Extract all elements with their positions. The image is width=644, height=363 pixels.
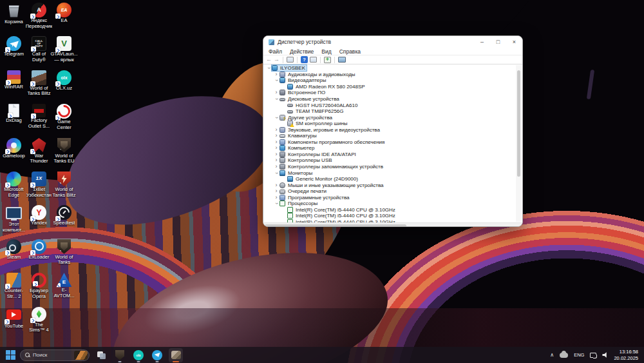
tree-item[interactable]: Очереди печати [263, 188, 516, 195]
tree-item[interactable]: SM контроллер шины [263, 121, 516, 127]
tree-node[interactable]: Intel(R) Core(TM) i5-4440 CPU @ 3.10GHz [287, 213, 397, 219]
desktop-icon[interactable]: Microsoft Edge [1, 172, 26, 205]
menu-item[interactable]: Справка [336, 48, 365, 55]
desktop-icon[interactable]: YouTube [1, 307, 26, 340]
chevron-icon[interactable] [273, 133, 279, 139]
tree-node[interactable]: Программные устройства [279, 195, 351, 201]
tree-node[interactable]: Встроенное ПО [279, 90, 327, 95]
desktop-icon[interactable]: V GTAVLaun... — ярлык [52, 36, 77, 70]
tree-node[interactable]: Компоненты программного обеспечения [279, 139, 386, 145]
search-box[interactable]: Поиск [20, 349, 90, 361]
tree-item[interactable]: HGST HUS726040ALA610 [263, 102, 516, 108]
language-indicator[interactable]: ENG [574, 352, 584, 358]
tree-node[interactable]: SM контроллер шины [287, 121, 349, 126]
onedrive-cloud-icon[interactable] [560, 353, 568, 358]
chevron-icon[interactable] [273, 90, 279, 95]
desktop-icon[interactable]: Y Yandex [26, 205, 52, 239]
clock[interactable]: 13:16:58 20.02.2025 [614, 349, 638, 361]
taskbar-app-button[interactable]: olx [131, 348, 146, 362]
desktop-icon[interactable]: 1X 1xBet Узбекистан [26, 172, 52, 205]
tree-node[interactable]: Мониторы [279, 170, 314, 176]
desktop-icon[interactable]: Factory Outlet S... [26, 104, 52, 137]
toolbar-button[interactable]: ← [266, 57, 272, 63]
toolbar-button[interactable] [334, 57, 335, 63]
tree-item[interactable]: Контроллеры IDE ATA/ATAPI [263, 152, 516, 158]
tree-node[interactable]: TEAM TM8FP6256G [287, 108, 345, 114]
tree-item[interactable]: Контроллеры USB [263, 157, 516, 164]
tree-item[interactable]: Intel(R) Core(TM) i5-4440 CPU @ 3.10GHz [263, 213, 516, 219]
desktop-icon[interactable]: Game Center [52, 104, 77, 137]
desktop-icon[interactable]: Telegram [1, 36, 26, 70]
horizontal-scrollbar-thumb[interactable] [265, 224, 406, 227]
chevron-icon[interactable] [273, 96, 279, 102]
tree-node[interactable]: AMD Radeon RX 580 2048SP [287, 84, 366, 90]
taskbar-app-button[interactable] [169, 348, 183, 362]
desktop-icon[interactable]: World of Tanks Blitz [52, 172, 77, 205]
desktop-icon[interactable]: DxDiag [1, 104, 26, 137]
title-bar[interactable]: Диспетчер устройств – □ × [263, 36, 522, 48]
desktop-icon[interactable]: CALL OF DUTY Call of Duty® [26, 36, 52, 70]
desktop-icon[interactable]: ExLoader [26, 239, 52, 273]
toolbar-button[interactable]: + [324, 57, 331, 63]
toolbar-button[interactable] [320, 57, 321, 63]
menu-item[interactable]: Файл [265, 48, 286, 55]
horizontal-scrollbar[interactable] [263, 222, 522, 227]
tree-item[interactable]: Аудиовходы и аудиовыходы [263, 72, 516, 78]
tree-node[interactable]: Клавиатуры [279, 133, 318, 139]
chevron-icon[interactable] [273, 77, 279, 83]
tree-item[interactable]: Intel(R) Core(TM) i5-4440 CPU @ 3.10GHz [263, 207, 516, 213]
desktop-icon[interactable]: World of Tanks [52, 239, 77, 273]
toolbar-button[interactable]: → [274, 57, 279, 63]
tree-item[interactable]: TEAM TM8FP6256G [263, 108, 516, 115]
maximize-button[interactable]: □ [490, 36, 506, 48]
tree-node[interactable]: Звуковые, игровые и видеоустройства [279, 127, 381, 133]
tree-item[interactable]: Звуковые, игровые и видеоустройства [263, 126, 516, 133]
chevron-icon[interactable] [265, 65, 272, 71]
tree-node[interactable]: Контроллеры запоминающих устройств [279, 164, 384, 170]
toolbar-button[interactable]: ? [301, 56, 308, 63]
tree-item[interactable]: AMD Radeon RX 580 2048SP [263, 84, 516, 90]
toolbar-button[interactable] [297, 57, 298, 63]
tree-item[interactable]: Программные устройства [263, 194, 516, 201]
desktop-icon[interactable]: Браузер Opera [26, 273, 52, 306]
tree-node[interactable]: HGST HUS726040ALA610 [287, 103, 359, 108]
hidden-icons-chevron-icon[interactable]: ∧ [550, 353, 554, 358]
tree-item[interactable]: Дисковые устройства [263, 96, 516, 103]
tree-node[interactable]: Видеоадаптеры [279, 77, 328, 83]
desktop-icon[interactable]: War Thunder [26, 138, 52, 172]
tree-item[interactable]: Встроенное ПО [263, 90, 516, 96]
chevron-icon[interactable] [273, 115, 279, 121]
tree-node[interactable]: Дисковые устройства [279, 96, 341, 102]
tree-item[interactable]: Другие устройства [263, 114, 516, 121]
desktop-icon[interactable]: WinRAR [1, 70, 26, 104]
tree-node[interactable]: Очереди печати [279, 188, 328, 194]
minimize-button[interactable]: – [474, 36, 490, 48]
toolbar-button[interactable] [287, 57, 294, 63]
chevron-icon[interactable] [273, 164, 279, 170]
tree-item[interactable]: Клавиатуры [263, 133, 516, 139]
tree-node[interactable]: Мыши и иные указывающие устройства [279, 182, 385, 188]
tree-node[interactable]: Процессоры [279, 201, 319, 206]
tree-item[interactable]: Generic Monitor (24D9000) [263, 176, 516, 182]
desktop-icon[interactable]: World of Tanks Blitz [26, 70, 52, 104]
tree-item[interactable]: Мониторы [263, 170, 516, 176]
toolbar-button[interactable] [310, 57, 317, 63]
tree-node[interactable]: Компьютер [279, 145, 316, 151]
chevron-icon[interactable] [273, 170, 279, 176]
desktop-icon[interactable]: Gameloop [1, 138, 26, 172]
vertical-scrollbar[interactable] [516, 65, 522, 222]
desktop-icon[interactable]: Этот компьют... [1, 205, 26, 239]
tree-node[interactable]: Intel(R) Core(TM) i5-4440 CPU @ 3.10GHz [287, 207, 397, 213]
tree-node[interactable]: Аудиовходы и аудиовыходы [279, 72, 357, 77]
desktop-icon[interactable]: Корзина [1, 3, 26, 36]
desktop-icon[interactable]: World of Tanks EU [52, 138, 77, 172]
desktop-icon[interactable]: E E-AVTOM... [52, 273, 77, 306]
tree-item[interactable]: Процессоры [263, 201, 516, 207]
tree-node[interactable]: Контроллеры USB [279, 157, 334, 163]
vertical-scrollbar-thumb[interactable] [517, 70, 520, 177]
start-button[interactable] [6, 350, 15, 360]
taskbar-app-button[interactable] [150, 348, 164, 362]
tree-item[interactable]: Видеоадаптеры [263, 77, 516, 84]
tree-node[interactable]: Контроллеры IDE ATA/ATAPI [279, 152, 357, 157]
search-highlight-image[interactable] [74, 351, 88, 360]
